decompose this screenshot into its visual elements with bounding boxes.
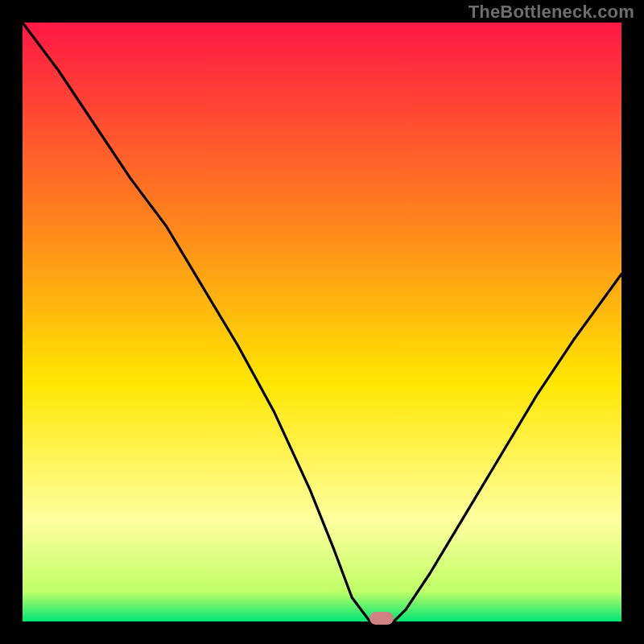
bottleneck-plot [23,23,621,621]
watermark-label: TheBottleneck.com [469,2,634,23]
chart-frame: TheBottleneck.com [0,0,644,644]
optimum-marker [369,612,394,625]
gradient-background [23,23,621,621]
